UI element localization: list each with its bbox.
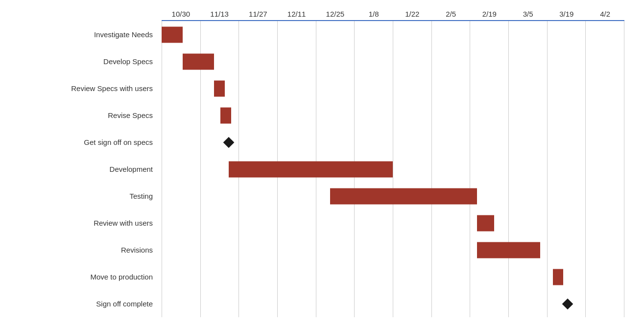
task-label: Development bbox=[7, 165, 162, 173]
task-label: Sign off complete bbox=[7, 300, 162, 308]
task-row: Revise Specs bbox=[162, 102, 624, 129]
gantt-area bbox=[162, 290, 624, 317]
task-row: Investigate Needs bbox=[162, 21, 624, 48]
date-header: 10/3011/1311/2712/1112/251/81/222/52/193… bbox=[162, 10, 624, 18]
gantt-bar bbox=[183, 53, 214, 70]
task-row: Get sign off on specs bbox=[162, 129, 624, 156]
task-label: Review Specs with users bbox=[7, 84, 162, 93]
task-rows: Investigate NeedsDevelop SpecsReview Spe… bbox=[162, 21, 624, 317]
date-label: 12/11 bbox=[277, 10, 316, 18]
task-row: Testing bbox=[162, 183, 624, 210]
task-label: Develop Specs bbox=[7, 57, 162, 66]
task-label: Revisions bbox=[7, 246, 162, 254]
gantt-bar bbox=[220, 107, 231, 123]
gantt-area bbox=[162, 183, 624, 210]
date-label: 11/27 bbox=[239, 10, 278, 18]
gantt-area bbox=[162, 48, 624, 75]
gantt-bar bbox=[477, 242, 540, 258]
date-label: 10/30 bbox=[162, 10, 200, 18]
task-row: Review with users bbox=[162, 210, 624, 236]
gantt-area bbox=[162, 75, 624, 102]
gantt-bar bbox=[229, 161, 393, 177]
gantt-bar bbox=[214, 80, 224, 96]
gantt-area bbox=[162, 21, 624, 48]
gantt-bar bbox=[330, 188, 477, 204]
task-label: Move to production bbox=[7, 273, 162, 281]
date-label: 2/5 bbox=[431, 10, 470, 18]
gantt-bar bbox=[553, 269, 563, 285]
date-label: 1/22 bbox=[393, 10, 432, 18]
task-label: Get sign off on specs bbox=[7, 138, 162, 146]
task-row: Move to production bbox=[162, 263, 624, 290]
date-label: 11/13 bbox=[200, 10, 239, 18]
rows-area: Investigate NeedsDevelop SpecsReview Spe… bbox=[162, 21, 624, 317]
task-row: Review Specs with users bbox=[162, 75, 624, 102]
task-row: Develop Specs bbox=[162, 48, 624, 75]
date-label: 3/5 bbox=[509, 10, 548, 18]
task-row: Development bbox=[162, 156, 624, 183]
gantt-area bbox=[162, 210, 624, 236]
task-label: Investigate Needs bbox=[7, 30, 162, 39]
task-label: Testing bbox=[7, 192, 162, 200]
date-label: 1/8 bbox=[355, 10, 393, 18]
gantt-area bbox=[162, 156, 624, 183]
task-label: Review with users bbox=[7, 219, 162, 227]
task-label: Revise Specs bbox=[7, 111, 162, 119]
date-label: 3/19 bbox=[548, 10, 586, 18]
gantt-area bbox=[162, 102, 624, 129]
gantt-diamond-milestone bbox=[223, 137, 235, 148]
gantt-area bbox=[162, 129, 624, 156]
date-label: 12/25 bbox=[316, 10, 355, 18]
gantt-chart-container: 10/3011/1311/2712/1112/251/81/222/52/193… bbox=[0, 0, 644, 327]
gantt-area bbox=[162, 263, 624, 290]
chart-inner: 10/3011/1311/2712/1112/251/81/222/52/193… bbox=[5, 10, 629, 317]
gantt-area bbox=[162, 236, 624, 263]
gantt-bar bbox=[477, 215, 494, 231]
date-label: 4/2 bbox=[586, 10, 624, 18]
task-row: Sign off complete bbox=[162, 290, 624, 317]
gantt-bar bbox=[162, 26, 183, 43]
gantt-diamond-milestone bbox=[562, 298, 573, 309]
date-label: 2/19 bbox=[470, 10, 509, 18]
task-row: Revisions bbox=[162, 236, 624, 263]
